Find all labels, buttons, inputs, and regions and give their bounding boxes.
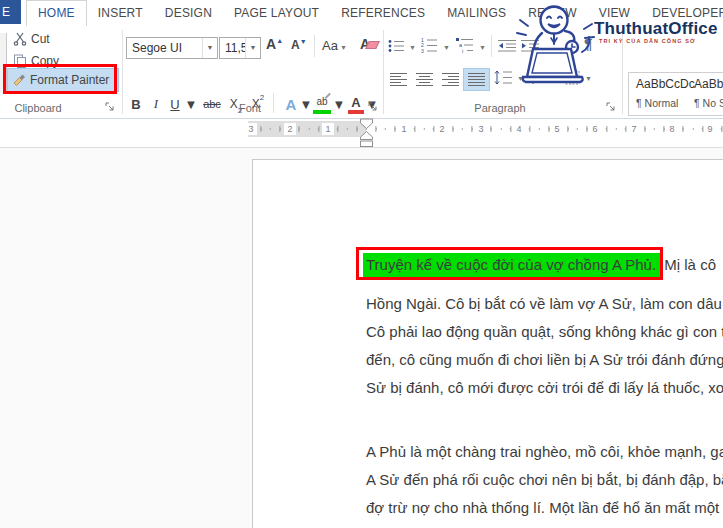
tab-home[interactable]: HOME [26,0,87,26]
underline-dropdown-icon[interactable]: ▼ [187,93,195,115]
multilevel-dropdown-icon[interactable]: ▼ [479,44,486,51]
copy-label: Copy [31,54,59,68]
format-painter-label: Format Painter [30,73,109,87]
ruler-number: 5 [551,123,563,135]
tab-mailings[interactable]: MAILINGS [436,0,517,25]
copy-icon [13,54,27,68]
bold-button[interactable]: B [127,93,145,115]
cut-label: Cut [31,32,50,46]
highlight-dropdown-icon[interactable]: ▼ [335,93,343,115]
format-painter-button[interactable]: Format Painter [7,68,119,92]
style-no-spacing[interactable]: AaBb ¶ No S [682,73,723,115]
ruler-number: 8 [666,123,678,135]
tab-file-partial[interactable]: E [0,0,21,24]
multilevel-list-button[interactable]: a i [456,37,474,53]
style-normal-preview: AaBbCcDc [636,77,682,91]
ruler-number: 3 [245,123,257,135]
style-normal-name: ¶ Normal [636,97,682,109]
text-line[interactable]: Cô phải lao động quần quật, sống không k… [366,318,723,346]
text-line[interactable]: A Phủ là một chàng trai nghèo, mồ côi, k… [366,438,723,466]
text-line[interactable]: đợ trừ nợ cho nhà thống lí. Một lần để h… [366,494,719,522]
ruler-number: 1 [398,123,410,135]
underline-button[interactable]: U [167,93,183,115]
font-group-label: Font [210,102,290,114]
text-line[interactable]: Truyện kể về cuộc đời của vợ chồng A Phủ… [363,251,716,279]
ruler-number: 1 [322,123,334,135]
justify-button[interactable] [463,68,490,91]
font-name-select[interactable]: Segoe UI ▼ [126,37,218,59]
font-name-value: Segoe UI [127,41,202,55]
tab-page-layout[interactable]: PAGE LAYOUT [223,0,330,25]
format-painter-brush-icon [12,73,26,87]
tab-references[interactable]: REFERENCES [330,0,436,25]
horizontal-ruler[interactable]: 3 2 1 1 2 3 4 5 6 7 8 9 [248,121,723,137]
tab-design[interactable]: DESIGN [154,0,223,25]
bullets-dropdown-icon[interactable]: ▼ [409,44,416,51]
paragraph-dialog-launcher[interactable] [606,102,617,113]
highlight-color-button[interactable]: ab [312,93,332,115]
line-spacing-button[interactable] [494,70,512,85]
align-left-button[interactable] [386,69,411,90]
ruler-number: 7 [628,123,640,135]
font-dialog-launcher[interactable] [368,102,379,113]
font-name-dropdown-icon: ▼ [202,38,217,58]
shrink-font-arrow-icon: ▼ [300,38,307,45]
style-normal[interactable]: AaBbCcDc ¶ Normal [629,73,682,115]
styles-gallery: AaBbCcDc ¶ Normal AaBb ¶ No S [628,72,723,116]
text-effects-dropdown-icon[interactable]: ▼ [302,93,310,115]
mascot-illustration [514,0,614,92]
eraser-icon [365,41,380,49]
cut-button[interactable]: Cut [13,32,50,46]
text-line[interactable]: A Sử đến phá rối cuộc chơi nên bị bắt, b… [366,466,723,494]
ruler-number: 3 [475,123,487,135]
thuthuatoffice-logo: ThuthuatOffice [594,19,718,39]
text-line[interactable]: Hồng Ngài. Cô bị bắt có về làm vợ A Sử, … [366,290,723,318]
font-color-swatch [348,110,364,114]
svg-text:i: i [462,48,463,54]
tab-insert[interactable]: INSERT [87,0,154,25]
font-size-select[interactable]: 11,5 ▼ [219,37,261,59]
bullets-button[interactable] [388,39,405,53]
text-line[interactable]: Sử bị đánh, cô mới được cởi trói để đi l… [366,374,723,402]
clipboard-dialog-launcher[interactable] [105,102,116,113]
numbering-dropdown-icon[interactable]: ▼ [443,44,450,51]
grow-font-arrow-icon: ▲ [276,37,283,44]
scissors-icon [13,32,27,46]
clear-formatting-button[interactable]: A [360,36,378,52]
ruler-number: 6 [589,123,601,135]
font-size-dropdown-icon: ▼ [245,38,260,58]
shrink-font-button[interactable]: A▼ [291,38,307,52]
thuthuatoffice-tagline: TRI KỶ CỦA DÂN CÔNG SỞ [599,38,696,44]
ruler-number: 2 [284,123,296,135]
paragraph-group-label: Paragraph [455,102,545,114]
highlighted-sentence[interactable]: Truyện kể về cuộc đời của vợ chồng A Phủ… [363,253,660,277]
document-area: Truyện kể về cuộc đời của vợ chồng A Phủ… [0,148,723,528]
font-size-value: 11,5 [220,41,245,55]
align-right-button[interactable] [438,69,463,90]
grow-font-button[interactable]: A▲ [266,36,283,52]
style-no-spacing-name: ¶ No S [694,97,723,109]
after-highlight-text[interactable]: Mị là cô [664,256,716,273]
svg-text:3: 3 [421,48,424,54]
ruler-number: 9 [704,123,716,135]
word-window: E HOME INSERT DESIGN PAGE LAYOUT REFEREN… [0,0,723,528]
font-color-button[interactable]: A [347,93,365,115]
copy-button[interactable]: Copy [13,54,59,68]
change-case-dropdown-icon: ▼ [340,44,347,51]
clipboard-group-label: Clipboard [6,102,70,114]
indent-markers[interactable] [359,118,374,147]
ruler-number: 2 [436,123,448,135]
change-case-button[interactable]: Aa▼ [322,38,347,53]
align-center-button[interactable] [412,69,437,90]
italic-button[interactable]: I [148,93,164,115]
style-no-spacing-preview: AaBb [694,77,723,91]
text-line[interactable]: đến, cô cũng muốn đi chơi liền bị A Sử t… [366,346,723,374]
highlight-color-swatch [313,110,331,114]
paste-button-partial[interactable] [0,33,7,93]
numbering-button[interactable]: 123 [421,37,438,53]
ruler-number: 4 [513,123,525,135]
